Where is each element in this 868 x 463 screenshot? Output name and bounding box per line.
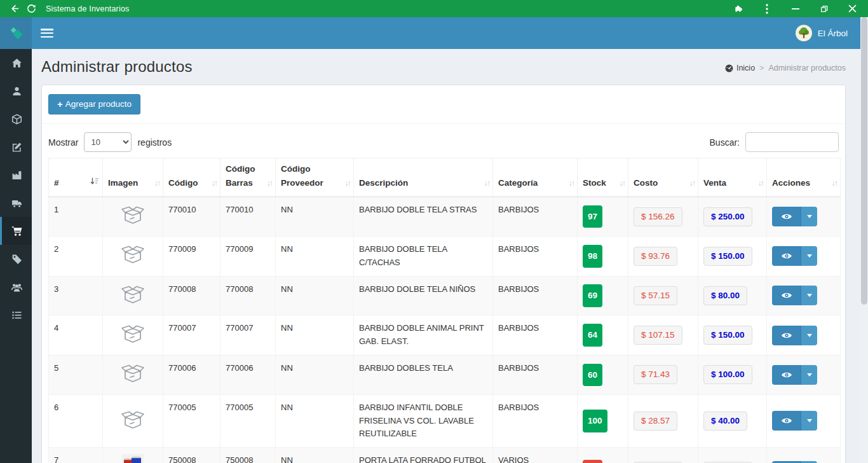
stock-badge: 3	[583, 460, 602, 463]
col-header-descripcion[interactable]: Descripción↓↑	[354, 158, 493, 197]
search-input[interactable]	[745, 132, 839, 152]
sidebar-item-edit[interactable]	[0, 133, 32, 161]
breadcrumb-home[interactable]: Inicio	[725, 64, 755, 73]
actions-dropdown-button[interactable]	[801, 246, 817, 266]
add-product-button[interactable]: + Agregar producto	[48, 94, 140, 114]
minimize-icon[interactable]	[781, 0, 810, 17]
view-button[interactable]	[772, 365, 801, 385]
view-button[interactable]	[772, 326, 801, 345]
row-number: 4	[49, 315, 103, 356]
sort-icon: ↓↑	[484, 177, 490, 190]
row-number: 6	[49, 394, 103, 447]
view-button[interactable]	[772, 207, 801, 226]
descripcion-cell: BARBIJO INFANTIL DOBLE FRISELINA VS COL.…	[354, 394, 493, 447]
actions-dropdown-button[interactable]	[801, 411, 817, 431]
venta-button[interactable]: $ 150.00	[703, 247, 752, 266]
venta-button[interactable]: $ 250.00	[703, 207, 752, 226]
extensions-icon[interactable]	[724, 0, 752, 17]
col-header-codigo[interactable]: Código↓↑	[163, 158, 220, 197]
col-header-acciones[interactable]: Acciones↓↑	[767, 158, 841, 197]
home-icon	[11, 58, 22, 69]
codigo-cell: 750008	[163, 448, 220, 463]
actions-dropdown-button[interactable]	[801, 207, 817, 226]
restore-icon[interactable]	[810, 0, 838, 17]
actions-dropdown-button[interactable]	[801, 326, 817, 345]
col-header-proveedor[interactable]: Código Proveedor↓↑	[276, 158, 354, 197]
breadcrumb: Inicio > Administrar productos	[725, 64, 846, 73]
kebab-menu-icon[interactable]	[752, 0, 781, 17]
sort-icon: ↓↑	[758, 177, 764, 190]
sidebar-item-reports[interactable]	[0, 301, 32, 329]
caret-down-icon	[807, 419, 812, 422]
truck-icon	[11, 198, 22, 209]
col-header-barras[interactable]: Código Barras↓↑	[220, 158, 276, 197]
open-box-icon	[120, 362, 146, 388]
product-image-cell	[103, 197, 163, 237]
venta-button[interactable]: $ 100.00	[703, 365, 752, 384]
sort-icon: ↓↑	[267, 177, 273, 190]
col-header-venta[interactable]: Venta↓↑	[698, 158, 767, 197]
table-row: 7	[49, 448, 841, 463]
venta-button[interactable]: $ 80.00	[703, 286, 747, 305]
view-button[interactable]	[772, 411, 801, 431]
codigo-cell: 770006	[163, 355, 220, 394]
app-logo[interactable]	[0, 17, 32, 49]
codigo-cell: 770008	[163, 276, 220, 315]
costo-button[interactable]: $ 93.76	[634, 247, 677, 266]
venta-button[interactable]: $ 40.00	[703, 411, 747, 431]
barras-cell: 770008	[220, 276, 276, 315]
costo-button[interactable]: $ 57.15	[634, 286, 677, 305]
stock-badge: 97	[583, 205, 602, 228]
edit-icon	[11, 142, 22, 153]
proveedor-cell: NN	[276, 355, 354, 394]
view-button[interactable]	[772, 246, 801, 266]
sort-icon: ↓↑	[345, 177, 351, 190]
user-menu[interactable]: El Árbol	[796, 25, 851, 41]
sidebar-item-suppliers[interactable]	[0, 189, 32, 217]
col-header-costo[interactable]: Costo↓↑	[628, 158, 698, 197]
window-title: Sistema de Inventarios	[46, 4, 130, 13]
open-box-icon	[120, 243, 146, 269]
col-header-stock[interactable]: Stock↓↑	[578, 158, 628, 197]
view-button[interactable]	[772, 286, 801, 305]
user-name: El Árbol	[818, 29, 848, 38]
categoria-cell: BARBIJOS	[493, 276, 578, 315]
table-row: 2	[49, 236, 841, 276]
back-icon[interactable]	[6, 0, 23, 17]
actions-dropdown-button[interactable]	[801, 365, 817, 385]
sidebar-item-user[interactable]	[0, 77, 32, 105]
descripcion-cell: BARBIJO DOLBE TELA NIÑOS	[354, 276, 493, 315]
col-header-num[interactable]: #	[49, 158, 103, 197]
actions-dropdown-button[interactable]	[801, 286, 817, 305]
hamburger-icon[interactable]	[41, 29, 53, 38]
open-box-icon	[120, 322, 146, 349]
caret-down-icon	[807, 215, 812, 218]
actions-split-button	[772, 286, 817, 305]
costo-button[interactable]: $ 28.57	[634, 411, 677, 431]
costo-button[interactable]: $ 156.26	[634, 207, 682, 226]
scrollbar-thumb[interactable]	[861, 17, 867, 305]
refresh-icon[interactable]	[23, 0, 39, 17]
eye-icon	[781, 212, 792, 221]
col-header-categoria[interactable]: Categoría↓↑	[493, 158, 578, 197]
costo-button[interactable]: $ 71.43	[634, 365, 677, 384]
proveedor-cell: NN	[276, 448, 354, 463]
sidebar-item-production[interactable]	[0, 161, 32, 189]
sidebar-item-products[interactable]	[0, 105, 32, 133]
breadcrumb-separator: >	[759, 64, 764, 73]
sidebar-item-sales[interactable]	[0, 217, 32, 245]
sidebar-item-home[interactable]	[0, 49, 32, 77]
venta-button[interactable]: $ 150.00	[703, 326, 752, 345]
close-icon[interactable]	[838, 0, 867, 17]
users-icon	[11, 282, 22, 293]
costo-button[interactable]: $ 107.15	[634, 326, 682, 345]
sidebar-item-clients[interactable]	[0, 273, 32, 301]
col-header-imagen[interactable]: Imagen↓↑	[103, 158, 163, 197]
list-icon	[11, 310, 22, 321]
search-label: Buscar:	[710, 137, 740, 148]
sidebar-item-tags[interactable]	[0, 245, 32, 273]
tag-icon	[11, 254, 22, 265]
content-area: Administrar productos Inicio > Administr…	[32, 49, 860, 463]
page-size-select[interactable]: 10	[84, 132, 132, 152]
descripcion-cell: BARBIJO DOBLE TELA STRAS	[354, 197, 493, 237]
